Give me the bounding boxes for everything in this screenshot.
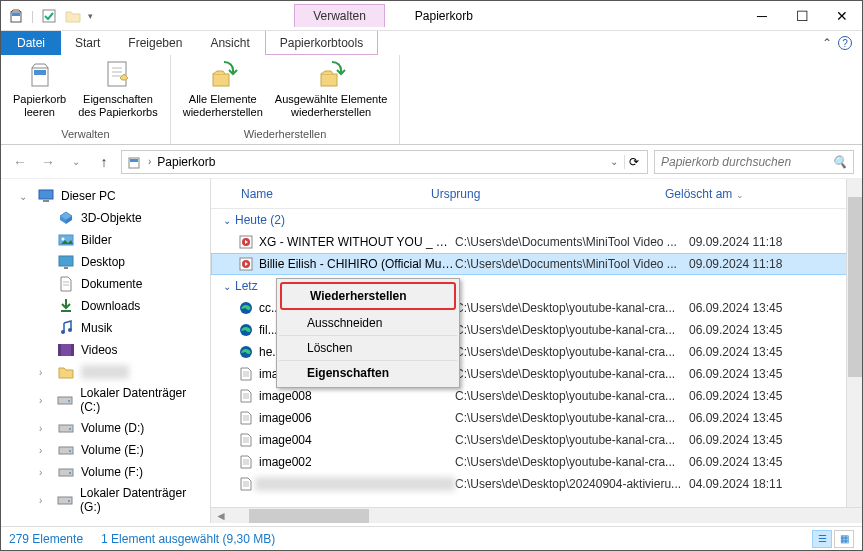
restore-all-button[interactable]: Alle Elemente wiederherstellen xyxy=(177,57,269,126)
scroll-thumb[interactable] xyxy=(848,197,862,377)
breadcrumb-dropdown-icon[interactable]: ⌄ xyxy=(608,156,620,167)
svg-point-39 xyxy=(68,500,70,502)
sidebar-item-label: Videos xyxy=(81,343,117,357)
search-input[interactable] xyxy=(661,155,832,169)
up-button[interactable]: ↑ xyxy=(93,151,115,173)
svg-rect-4 xyxy=(34,70,46,75)
window-controls: ─ ☐ ✕ xyxy=(742,1,862,31)
file-icon xyxy=(237,389,255,403)
sidebar-item[interactable]: Downloads xyxy=(39,295,210,317)
search-box[interactable]: 🔍 xyxy=(654,150,854,174)
tab-file[interactable]: Datei xyxy=(1,31,61,55)
svg-rect-2 xyxy=(43,10,55,22)
search-icon[interactable]: 🔍 xyxy=(832,155,847,169)
context-delete[interactable]: Löschen xyxy=(279,336,457,361)
file-deleted: 04.09.2024 18:11 xyxy=(689,477,862,491)
sidebar-item[interactable]: Desktop xyxy=(39,251,210,273)
sidebar-item[interactable]: ›xxxxxxxx xyxy=(39,361,210,383)
group-header[interactable]: ⌄ Heute (2) xyxy=(211,209,862,231)
recent-locations-button[interactable]: ⌄ xyxy=(65,151,87,173)
back-button[interactable]: ← xyxy=(9,151,31,173)
sidebar-item-label: Bilder xyxy=(81,233,112,247)
sidebar-item[interactable]: 3D-Objekte xyxy=(39,207,210,229)
breadcrumb[interactable]: › Papierkorb ⌄ ⟳ xyxy=(121,150,648,174)
restore-all-icon xyxy=(207,59,239,91)
sidebar-item[interactable]: ›Lokaler Datenträger (G:) xyxy=(39,483,210,517)
chevron-down-icon[interactable]: ⌄ xyxy=(19,191,31,202)
item-icon xyxy=(57,254,75,270)
details-view-button[interactable]: ☰ xyxy=(812,530,832,548)
file-icon xyxy=(237,455,255,469)
empty-recycle-bin-button[interactable]: Papierkorb leeren xyxy=(7,57,72,126)
forward-button[interactable]: → xyxy=(37,151,59,173)
sidebar-item[interactable]: Bilder xyxy=(39,229,210,251)
minimize-button[interactable]: ─ xyxy=(742,1,782,31)
svg-point-33 xyxy=(69,428,71,430)
column-origin[interactable]: Ursprung xyxy=(431,187,665,201)
column-name[interactable]: Name xyxy=(211,187,431,201)
sidebar-item-label: Volume (E:) xyxy=(81,443,144,457)
context-restore[interactable]: Wiederherstellen xyxy=(282,284,454,308)
vertical-scrollbar[interactable] xyxy=(846,179,862,507)
refresh-button[interactable]: ⟳ xyxy=(624,155,643,169)
tab-recycle-tools[interactable]: Papierkorbtools xyxy=(265,31,378,55)
context-cut[interactable]: Ausschneiden xyxy=(279,311,457,336)
help-icon[interactable]: ? xyxy=(838,36,852,50)
tab-view[interactable]: Ansicht xyxy=(196,31,263,55)
file-row[interactable]: image004C:\Users\de\Desktop\youtube-kana… xyxy=(211,429,862,451)
file-row[interactable]: image002C:\Users\de\Desktop\youtube-kana… xyxy=(211,451,862,473)
sidebar-item[interactable]: ›Volume (D:) xyxy=(39,417,210,439)
recycle-bin-icon[interactable] xyxy=(7,7,25,25)
file-origin: C:\Users\de\Desktop\youtube-kanal-cra... xyxy=(455,301,689,315)
file-origin: C:\Users\de\Desktop\20240904-aktivieru..… xyxy=(455,477,689,491)
navigation-sidebar: ⌄ Dieser PC 3D-ObjekteBilderDesktopDokum… xyxy=(1,179,211,523)
sidebar-item[interactable]: Dokumente xyxy=(39,273,210,295)
chevron-down-icon: ⌄ xyxy=(223,281,231,292)
file-row[interactable]: image008C:\Users\de\Desktop\youtube-kana… xyxy=(211,385,862,407)
file-row[interactable]: xxxxxxxxxxxxxxxxC:\Users\de\Desktop\2024… xyxy=(211,473,862,495)
file-origin: C:\Users\de\Desktop\youtube-kanal-cra... xyxy=(455,455,689,469)
sidebar-item-label: 3D-Objekte xyxy=(81,211,142,225)
item-icon xyxy=(57,364,75,380)
horizontal-scrollbar[interactable]: ◄ xyxy=(211,507,862,523)
tiles-view-button[interactable]: ▦ xyxy=(834,530,854,548)
sidebar-item[interactable]: ›Volume (F:) xyxy=(39,461,210,483)
scroll-thumb[interactable] xyxy=(249,509,369,523)
chevron-right-icon[interactable]: › xyxy=(146,156,153,167)
svg-point-35 xyxy=(69,450,71,452)
status-selection: 1 Element ausgewählt (9,30 MB) xyxy=(101,532,275,546)
close-button[interactable]: ✕ xyxy=(822,1,862,31)
tab-share[interactable]: Freigeben xyxy=(114,31,196,55)
window-title: Papierkorb xyxy=(415,9,473,23)
file-origin: C:\Users\de\Desktop\youtube-kanal-cra... xyxy=(455,433,689,447)
maximize-button[interactable]: ☐ xyxy=(782,1,822,31)
restore-selected-button[interactable]: Ausgewählte Elemente wiederherstellen xyxy=(269,57,394,126)
checkbox-icon[interactable] xyxy=(40,7,58,25)
item-icon xyxy=(57,232,75,248)
contextual-tab-manage[interactable]: Verwalten xyxy=(294,4,385,27)
qat-dropdown-icon[interactable]: ▾ xyxy=(88,11,93,21)
column-deleted[interactable]: Gelöscht am ⌄ xyxy=(665,187,862,201)
chevron-down-icon: ⌄ xyxy=(223,215,231,226)
tree-this-pc[interactable]: ⌄ Dieser PC xyxy=(1,185,210,207)
file-row[interactable]: Billie Eilish - CHIHIRO (Official Mus...… xyxy=(211,253,862,275)
tab-start[interactable]: Start xyxy=(61,31,114,55)
recycle-properties-button[interactable]: Eigenschaften des Papierkorbs xyxy=(72,57,164,126)
sidebar-item[interactable]: Videos xyxy=(39,339,210,361)
file-row[interactable]: image006C:\Users\de\Desktop\youtube-kana… xyxy=(211,407,862,429)
status-count: 279 Elemente xyxy=(9,532,83,546)
ribbon-collapse[interactable]: ⌃? xyxy=(812,31,862,55)
context-properties[interactable]: Eigenschaften xyxy=(279,361,457,385)
status-bar: 279 Elemente 1 Element ausgewählt (9,30 … xyxy=(1,526,862,550)
sidebar-item[interactable]: Musik xyxy=(39,317,210,339)
sidebar-item[interactable]: ›Lokaler Datenträger (C:) xyxy=(39,383,210,417)
file-row[interactable]: XG - WINTER WITHOUT YOU _ THE ...C:\User… xyxy=(211,231,862,253)
file-name: xxxxxxxxxxxxxxxx xyxy=(255,477,455,491)
file-icon xyxy=(237,301,255,315)
sidebar-item[interactable]: ›Volume (E:) xyxy=(39,439,210,461)
breadcrumb-location[interactable]: Papierkorb xyxy=(157,155,215,169)
file-deleted: 06.09.2024 13:45 xyxy=(689,367,862,381)
sidebar-item-label: Lokaler Datenträger (C:) xyxy=(80,386,206,414)
folder-icon[interactable] xyxy=(64,7,82,25)
file-icon xyxy=(237,411,255,425)
